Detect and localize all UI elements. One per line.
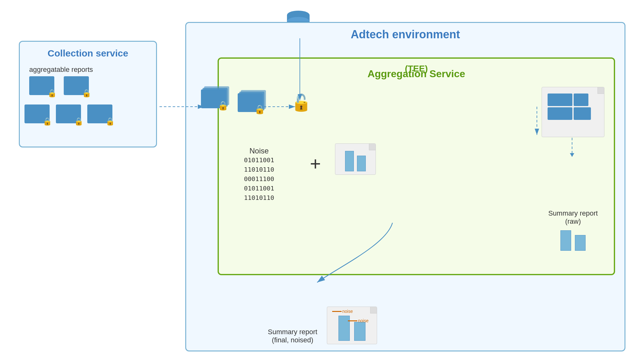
adtech-environment-box: Adtech environment Aggregation Service (… bbox=[185, 22, 625, 351]
middle-card-lock: 🔒 bbox=[218, 100, 229, 111]
summary-raw-label: Summary report bbox=[542, 209, 604, 217]
tee-report-stack: 🔒 bbox=[238, 93, 263, 113]
noise-label: Noise bbox=[244, 147, 274, 155]
collection-row-2: 🔒 🔒 🔒 bbox=[24, 104, 112, 123]
collection-reports-label: aggregatable reports bbox=[29, 66, 93, 74]
vertical-arrow-1 bbox=[572, 138, 572, 157]
collection-card-2: 🔒 bbox=[64, 76, 89, 95]
collection-card-1: 🔒 bbox=[29, 76, 54, 95]
mini-bar-2 bbox=[357, 156, 366, 171]
aggregation-service-label: Aggregation Service bbox=[367, 68, 465, 80]
noise-section: Noise 01011001 11010110 00011100 0101100… bbox=[244, 147, 274, 202]
summary-final-label-area: Summary report (final, noised) bbox=[268, 328, 317, 344]
plus-sign: + bbox=[310, 153, 321, 174]
diagram-container: Adtech environment Aggregation Service (… bbox=[9, 9, 629, 355]
collection-service-box: Collection service aggregatable reports … bbox=[19, 41, 157, 147]
noise-text-2: noise bbox=[358, 318, 368, 323]
summary-raw-mini-container bbox=[335, 143, 376, 175]
final-chart-card: noise noise bbox=[327, 307, 377, 344]
adtech-env-label: Adtech environment bbox=[351, 28, 460, 41]
summary-final-container: Summary report (final, noised) noise bbox=[268, 307, 425, 344]
noise-text-1: noise bbox=[342, 309, 353, 314]
data-cell-1 bbox=[548, 94, 572, 106]
raw-bar-2 bbox=[575, 235, 586, 251]
summary-final-sublabel: (final, noised) bbox=[268, 336, 317, 344]
data-cell-4 bbox=[574, 107, 591, 120]
unlock-icon: 🔓 bbox=[291, 93, 311, 112]
collection-service-label: Collection service bbox=[48, 48, 128, 59]
lock-icon-5: 🔒 bbox=[105, 117, 115, 126]
raw-bar-chart bbox=[542, 229, 604, 251]
lock-icon-1: 🔒 bbox=[47, 89, 57, 98]
lock-icon-2: 🔒 bbox=[82, 89, 91, 98]
summary-raw-card bbox=[542, 87, 604, 137]
middle-card-stack: 🔒 bbox=[201, 89, 226, 110]
noise-annotation-1: noise bbox=[332, 309, 353, 314]
noise-line-2 bbox=[348, 320, 357, 321]
summary-raw-label-container: Summary report (raw) bbox=[542, 209, 604, 226]
summary-raw-sublabel: (raw) bbox=[542, 217, 604, 226]
data-cell-2 bbox=[574, 94, 588, 106]
summary-final-label: Summary report bbox=[268, 328, 317, 336]
summary-final-row: Summary report (final, noised) noise bbox=[268, 307, 425, 344]
data-cell-3 bbox=[548, 107, 572, 120]
lock-icon-3: 🔒 bbox=[43, 117, 52, 126]
final-card-body: noise noise bbox=[327, 307, 377, 344]
aggregation-service-box: Aggregation Service (TEE) 🔒 🔓 bbox=[218, 57, 615, 275]
collection-row-1: 🔒 🔒 bbox=[29, 76, 89, 95]
collection-card-5: 🔒 bbox=[87, 104, 112, 123]
noise-annotation-2: noise bbox=[348, 318, 368, 323]
collection-card-3: 🔒 bbox=[24, 104, 50, 123]
data-grid bbox=[544, 90, 602, 123]
noise-binary: 01011001 11010110 00011100 01011001 1101… bbox=[244, 155, 274, 202]
noise-line-1 bbox=[332, 311, 342, 312]
summary-raw-mini-card bbox=[335, 143, 376, 175]
final-bar-2-container: noise bbox=[354, 322, 365, 341]
collection-card-4: 🔒 bbox=[56, 104, 81, 123]
lock-icon-4: 🔒 bbox=[74, 117, 84, 126]
summary-raw-container: Summary report (raw) bbox=[542, 87, 604, 251]
mini-bar-1 bbox=[345, 151, 354, 171]
final-bar-2 bbox=[354, 322, 365, 341]
raw-bar-1 bbox=[560, 230, 571, 251]
